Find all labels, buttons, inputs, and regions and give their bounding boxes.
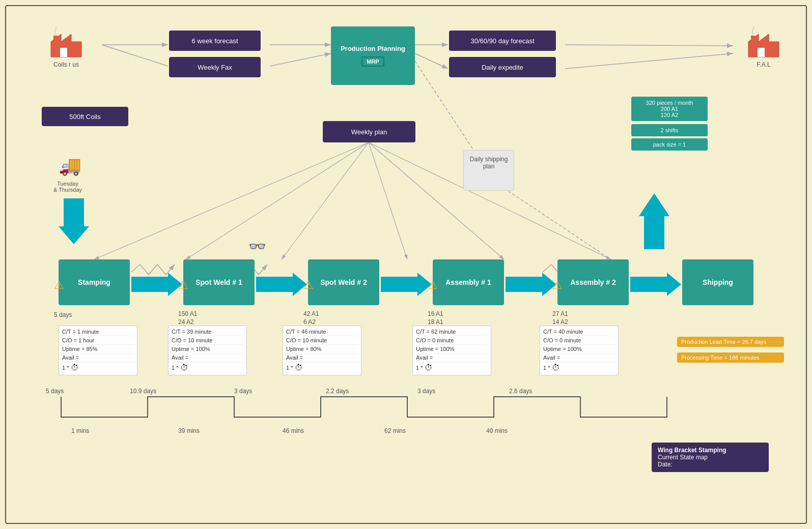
weekly-fax-box: Weekly Fax <box>169 57 261 77</box>
asm2-data-box: C/T = 40 minute C/O = 0 minute Uptime = … <box>540 326 619 375</box>
asm1-inventory-2: 18 A1 <box>428 318 443 326</box>
svg-marker-29 <box>630 273 681 296</box>
sw1-inventory-2: 24 A2 <box>178 318 194 326</box>
truck-icon: 🚚 <box>59 155 81 177</box>
stamping-ct: C/T = 1 minute <box>62 328 134 336</box>
svg-line-11 <box>369 142 407 259</box>
svg-rect-19 <box>53 36 58 43</box>
asm2-uptime: Uptime = 100% <box>543 345 615 354</box>
lead-time-4: 2.2 days <box>326 388 349 395</box>
assembly-2-warning-icon: ⚠ <box>552 279 563 292</box>
svg-marker-26 <box>256 273 307 296</box>
sw1-co: C/O = 10 minute <box>172 336 243 345</box>
sw2-inventory-2: 6 A2 <box>303 318 316 326</box>
sw1-uptime: Uptime = 100% <box>172 345 243 354</box>
process-time-5: 40 mins <box>486 427 508 434</box>
sw2-avail: Avail = <box>286 354 358 362</box>
svg-line-15 <box>504 188 611 259</box>
sw2-inventory-1: 42 A1 <box>303 310 319 317</box>
spot-weld-1-process-box: Spot Weld # 1 <box>183 259 255 305</box>
spot-weld-2-warning-icon: ⚠ <box>303 279 314 292</box>
production-planning-box: Production Planning MRP <box>331 26 415 85</box>
legend-date: Date: <box>658 461 763 468</box>
assembly-1-process-box: Assembly # 1 <box>433 259 504 305</box>
asm2-ct: C/T = 40 minute <box>543 328 615 336</box>
weekly-plan-box: Weekly plan <box>323 121 415 142</box>
daily-shipping-plan-box: Daily shipping plan <box>463 150 514 191</box>
canvas: Coils r us F.A.L 6 week forecast Weekly … <box>0 0 812 529</box>
asm2-inventory-1: 27 A1 <box>552 310 568 317</box>
svg-marker-24 <box>639 193 669 249</box>
sw2-data-box: C/T = 46 minute C/O = 10 minute Uptime =… <box>283 326 361 375</box>
sw1-avail: Avail = <box>172 354 243 362</box>
asm2-machines: 1 * ⏱ <box>543 362 615 373</box>
glasses-icon: 👓 <box>248 238 266 255</box>
stamping-data-box: C/T = 1 minute C/O = 1 hour Uptime = 85%… <box>59 326 137 375</box>
asm1-avail: Avail = <box>416 354 488 362</box>
svg-rect-22 <box>751 36 755 43</box>
big-arrow-up <box>639 193 669 251</box>
right-factory-label: F.A.L <box>743 61 784 68</box>
process-time-3: 46 mins <box>283 427 304 434</box>
svg-marker-28 <box>506 273 556 296</box>
sw2-ct: C/T = 46 minute <box>286 328 358 336</box>
forecast-30-60-90-box: 30/60/90 day forecast <box>449 31 556 51</box>
svg-line-10 <box>282 142 369 259</box>
truck-schedule-label: Tuesday& Thursday <box>53 181 82 193</box>
processing-time-label: Processing Time = 188 minutes <box>677 352 784 363</box>
stamping-co: C/O = 1 hour <box>62 336 134 345</box>
shipping-process-box: Shipping <box>682 259 753 305</box>
forecast-6week-box: 6 week forecast <box>169 31 261 51</box>
svg-line-3 <box>270 53 331 66</box>
stamping-uptime: Uptime = 85% <box>62 345 134 354</box>
big-arrow-down <box>59 198 89 246</box>
sw2-machines: 1 * ⏱ <box>286 362 358 373</box>
process-time-1: 1 mins <box>71 427 89 434</box>
sw1-data-box: C/T = 39 minute C/O = 10 minute Uptime =… <box>168 326 247 375</box>
lead-time-6: 2.6 days <box>509 388 532 395</box>
sw1-machines: 1 * ⏱ <box>172 362 243 373</box>
pieces-month-box: 320 pieces / month 200 A1 120 A2 <box>631 97 708 121</box>
stamping-inventory-label: 5 days <box>54 311 72 318</box>
arrow-4 <box>506 273 556 298</box>
svg-line-9 <box>186 142 369 259</box>
inventory-left-box: 500ft Coils <box>42 107 128 126</box>
svg-marker-23 <box>59 198 89 244</box>
lead-time-2: 10.9 days <box>130 388 156 395</box>
bottom-legend-box: Wing Bracket Stamping Current State map … <box>652 443 769 472</box>
right-factory-icon <box>743 26 784 62</box>
lead-time-1: 5 days <box>46 388 64 395</box>
svg-rect-21 <box>758 48 765 57</box>
sw1-inventory-1: 150 A1 <box>178 310 197 317</box>
left-factory-icon <box>46 26 87 62</box>
stamping-machines: 1 * ⏱ <box>62 362 134 373</box>
svg-line-7 <box>565 53 733 69</box>
asm1-uptime: Uptime = 100% <box>416 345 488 354</box>
asm1-ct: C/T = 62 minute <box>416 328 488 336</box>
sw2-uptime: Uptime = 80% <box>286 345 358 354</box>
svg-line-8 <box>94 142 369 259</box>
svg-marker-27 <box>381 273 432 296</box>
arrow-1 <box>131 273 182 298</box>
production-lead-time-label: Production Lead Time = 26.7 days <box>677 337 784 347</box>
asm2-co: C/O = 0 minute <box>543 336 615 345</box>
spot-weld-2-process-box: Spot Weld # 2 <box>308 259 379 305</box>
asm1-inventory-1: 16 A1 <box>428 310 443 317</box>
arrow-2 <box>256 273 307 298</box>
asm2-avail: Avail = <box>543 354 615 362</box>
legend-subtitle: Current State map <box>658 454 763 461</box>
svg-rect-18 <box>60 48 67 57</box>
daily-expedite-box: Daily expedite <box>449 57 556 77</box>
asm1-machines: 1 * ⏱ <box>416 362 488 373</box>
sw1-ct: C/T = 39 minute <box>172 328 243 336</box>
mrp-box: MRP <box>361 56 384 67</box>
asm1-co: C/O = 0 minute <box>416 336 488 345</box>
pack-size-box: pack size = 1 <box>631 138 708 151</box>
legend-title: Wing Bracket Stamping <box>658 447 763 454</box>
sw2-co: C/O = 10 minute <box>286 336 358 345</box>
svg-line-1 <box>102 45 168 66</box>
svg-line-6 <box>565 45 733 46</box>
assembly-2-process-box: Assembly # 2 <box>557 259 629 305</box>
spot-weld-1-warning-icon: ⚠ <box>178 279 188 292</box>
shifts-box: 2 shifts <box>631 124 708 136</box>
